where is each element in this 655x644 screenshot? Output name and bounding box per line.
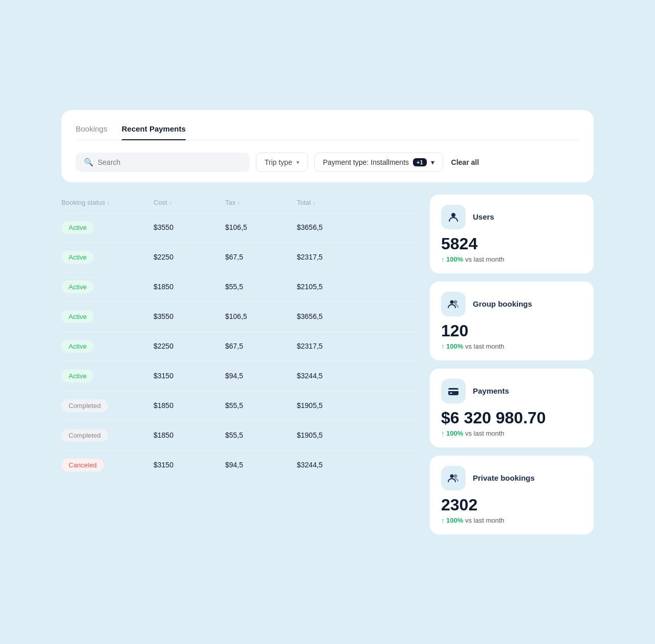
stat-card-header: Users <box>441 205 582 229</box>
tabs-bar: Bookings Recent Payments <box>76 124 579 140</box>
search-input[interactable] <box>98 158 242 166</box>
cell-cost: $1850 <box>154 431 225 439</box>
cell-tax: $55,5 <box>225 401 297 410</box>
trend-percent: ↑ 100% <box>441 255 463 263</box>
status-badge: Canceled <box>61 459 104 471</box>
chevron-down-icon: ▾ <box>296 159 299 166</box>
table-row: Active $1850 $55,5 $2105,5 <box>61 272 420 302</box>
trend-text: vs last month <box>465 255 505 263</box>
trend-text: vs last month <box>465 430 505 437</box>
trend-percent: ↑ 100% <box>441 517 463 524</box>
stat-label: Private bookings <box>473 474 535 482</box>
cell-status: Active <box>61 340 154 353</box>
payment-type-filter[interactable]: Payment type: Installments +1 ▾ <box>314 153 443 172</box>
stat-value: 2302 <box>441 496 582 514</box>
status-badge: Active <box>61 251 94 264</box>
table-row: Active $3550 $106,5 $3656,5 <box>61 302 420 331</box>
stat-trend: ↑ 100% vs last month <box>441 342 582 350</box>
stat-label: Group bookings <box>473 299 532 308</box>
svg-point-1 <box>450 300 454 304</box>
cell-tax: $94,5 <box>225 372 297 380</box>
cell-total: $2105,5 <box>297 283 379 291</box>
sort-arrow-cost: ↓ <box>169 200 172 205</box>
cell-total: $2317,5 <box>297 342 379 350</box>
payment-type-label: Payment type: Installments <box>323 158 409 166</box>
right-panel: Users 5824 ↑ 100% vs last month Group bo… <box>430 195 594 534</box>
cell-cost: $3550 <box>154 223 225 231</box>
cell-cost: $2250 <box>154 342 225 350</box>
tab-recent-payments[interactable]: Recent Payments <box>122 124 186 140</box>
cell-tax: $55,5 <box>225 283 297 291</box>
col-header-cost: Cost ↓ <box>154 199 225 206</box>
cell-cost: $3150 <box>154 372 225 380</box>
table-row: Completed $1850 $55,5 $1905,5 <box>61 391 420 420</box>
status-badge: Active <box>61 370 94 382</box>
cell-total: $1905,5 <box>297 431 379 439</box>
table-header: Booking status ↓ Cost ↓ Tax ↓ Total ↓ <box>61 195 420 212</box>
status-badge: Completed <box>61 399 108 412</box>
svg-rect-5 <box>450 393 452 394</box>
status-badge: Active <box>61 340 94 353</box>
cell-total: $3656,5 <box>297 312 379 320</box>
search-box[interactable]: 🔍 <box>76 153 250 172</box>
cell-tax: $55,5 <box>225 431 297 439</box>
payments-icon <box>441 379 466 403</box>
filters-row: 🔍 Trip type ▾ Payment type: Installments… <box>76 153 579 172</box>
cell-total: $1905,5 <box>297 401 379 410</box>
col-header-status: Booking status ↓ <box>61 199 154 206</box>
trip-type-label: Trip type <box>265 158 292 166</box>
sort-arrow-status: ↓ <box>107 200 110 205</box>
stat-card-private-bookings: Private bookings 2302 ↑ 100% vs last mon… <box>430 456 594 534</box>
cell-total: $3244,5 <box>297 461 379 469</box>
svg-point-6 <box>450 474 454 478</box>
stat-label: Payments <box>473 387 509 395</box>
table-row: Canceled $3150 $94,5 $3244,5 <box>61 450 420 480</box>
cell-tax: $106,5 <box>225 312 297 320</box>
stat-trend: ↑ 100% vs last month <box>441 430 582 437</box>
tab-bookings[interactable]: Bookings <box>76 124 107 140</box>
table-row: Completed $1850 $55,5 $1905,5 <box>61 420 420 450</box>
main-card: Bookings Recent Payments 🔍 Trip type ▾ P… <box>61 110 594 182</box>
stat-trend: ↑ 100% vs last month <box>441 517 582 524</box>
stat-label: Users <box>473 212 494 221</box>
table-row: Active $2250 $67,5 $2317,5 <box>61 242 420 272</box>
stat-trend: ↑ 100% vs last month <box>441 255 582 263</box>
svg-rect-4 <box>448 390 458 391</box>
svg-point-2 <box>454 300 457 304</box>
cell-status: Active <box>61 281 154 293</box>
trip-type-filter[interactable]: Trip type ▾ <box>256 153 308 172</box>
status-badge: Active <box>61 281 94 293</box>
table-row: Active $3550 $106,5 $3656,5 <box>61 212 420 242</box>
cell-status: Active <box>61 310 154 323</box>
svg-point-7 <box>454 474 457 478</box>
svg-rect-3 <box>448 388 458 395</box>
table-row: Active $3150 $94,5 $3244,5 <box>61 361 420 391</box>
cell-total: $3244,5 <box>297 372 379 380</box>
stat-card-users: Users 5824 ↑ 100% vs last month <box>430 195 594 273</box>
stat-value: 120 <box>441 321 582 340</box>
sort-arrow-tax: ↓ <box>237 200 240 205</box>
table-row: Active $2250 $67,5 $2317,5 <box>61 331 420 361</box>
status-badge: Active <box>61 221 94 234</box>
stat-value: 5824 <box>441 234 582 253</box>
table-section: Booking status ↓ Cost ↓ Tax ↓ Total ↓ Ac… <box>61 195 420 534</box>
users-icon <box>441 205 466 229</box>
cell-total: $3656,5 <box>297 223 379 231</box>
cell-status: Active <box>61 370 154 382</box>
table-body: Active $3550 $106,5 $3656,5 Active $2250… <box>61 212 420 480</box>
cell-status: Canceled <box>61 459 154 471</box>
clear-all-button[interactable]: Clear all <box>449 153 481 171</box>
search-icon: 🔍 <box>84 158 94 167</box>
status-badge: Completed <box>61 429 108 442</box>
status-badge: Active <box>61 310 94 323</box>
cell-cost: $1850 <box>154 401 225 410</box>
stat-card-header: Private bookings <box>441 466 582 490</box>
cell-tax: $67,5 <box>225 342 297 350</box>
stat-card-payments: Payments $6 320 980.70 ↑ 100% vs last mo… <box>430 369 594 447</box>
cell-cost: $2250 <box>154 253 225 261</box>
group-bookings-icon <box>441 292 466 316</box>
chevron-down-icon-2: ▾ <box>431 158 434 166</box>
cell-status: Active <box>61 221 154 234</box>
trend-percent: ↑ 100% <box>441 342 463 350</box>
private-bookings-icon <box>441 466 466 490</box>
